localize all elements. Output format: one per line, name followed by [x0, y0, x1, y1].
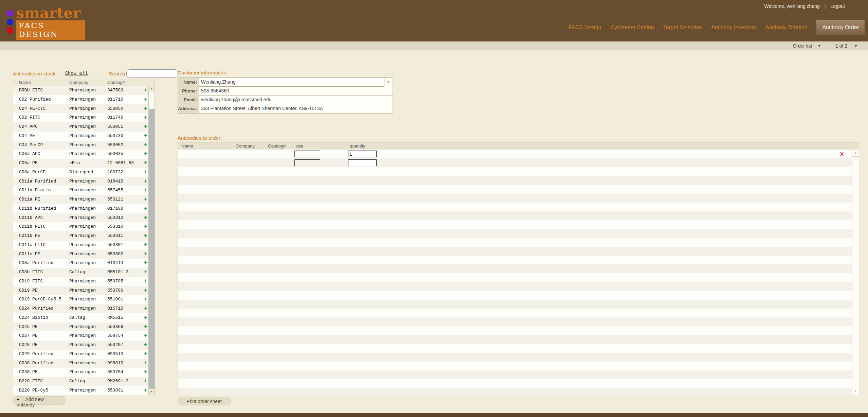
- stock-cell-name: CD28 PE: [19, 342, 38, 347]
- stock-cell-name: CD8a Purified: [19, 260, 53, 265]
- add-to-order-icon[interactable]: +: [144, 178, 147, 184]
- add-to-order-icon[interactable]: +: [144, 314, 147, 320]
- stock-row: CD11c PE Pharmingen 553802 +: [13, 250, 155, 259]
- add-to-order-icon[interactable]: +: [144, 196, 147, 202]
- address-field[interactable]: 368 Plantation Street, Albert Sherman Ce…: [199, 104, 393, 113]
- add-to-order-icon[interactable]: +: [144, 269, 147, 275]
- add-to-order-icon[interactable]: +: [144, 96, 147, 102]
- nav-item-facs-design[interactable]: FACS Design: [568, 24, 601, 31]
- stock-row: CD11b APC Pharmingen 553312 +: [13, 213, 155, 223]
- order-col-catalog: Catalog#: [268, 143, 286, 149]
- add-to-order-icon[interactable]: +: [144, 142, 147, 148]
- add-to-order-icon[interactable]: +: [144, 387, 147, 393]
- stock-row: CD24 Biotin Caltag RM5615 +: [13, 313, 155, 323]
- scroll-down-icon[interactable]: ▼: [852, 388, 859, 395]
- search-input[interactable]: [126, 69, 178, 77]
- stock-cell-company: Pharmingen: [69, 369, 96, 375]
- delete-row-button[interactable]: X: [840, 151, 844, 157]
- show-all-link[interactable]: Show all: [65, 71, 88, 76]
- add-to-order-icon[interactable]: +: [144, 332, 147, 338]
- add-to-order-icon[interactable]: +: [144, 296, 147, 302]
- nav-item-antibody-titration[interactable]: Antibody Titration: [765, 24, 808, 31]
- add-to-order-icon[interactable]: +: [144, 232, 147, 239]
- email-field[interactable]: wenliang.zhang@umassmed.edu: [199, 95, 393, 104]
- stock-col-catalog: Catalog#: [107, 80, 125, 85]
- add-to-order-icon[interactable]: +: [144, 351, 147, 357]
- stock-cell-company: eBio: [69, 160, 80, 166]
- stock-cell-name: CD11a Purified: [19, 179, 56, 184]
- stock-cell-company: Pharmingen: [69, 106, 96, 111]
- add-to-order-icon[interactable]: +: [144, 260, 147, 266]
- nav-item-antibody-order[interactable]: Antibody Order: [816, 20, 865, 35]
- stock-cell-catalog: 553035: [107, 151, 123, 156]
- add-to-order-icon[interactable]: +: [144, 378, 147, 384]
- stock-row: CD11c FITC Pharmingen 553801 +: [13, 241, 155, 250]
- order-row: X: [178, 150, 852, 158]
- logo-text: smarter FACS DESIGN: [16, 5, 85, 40]
- add-to-order-icon[interactable]: +: [144, 151, 147, 157]
- logo-dot-blue-icon: [7, 19, 13, 25]
- stock-row: CD28 PE Pharmingen 553297 +: [13, 341, 155, 350]
- add-to-order-icon[interactable]: +: [144, 360, 147, 366]
- stock-row: CD4 PE Pharmingen 553730 +: [13, 132, 155, 141]
- nav-item-target-selection[interactable]: Target Selection: [663, 24, 702, 31]
- order-scrollbar[interactable]: ▲ ▼: [852, 150, 859, 395]
- stock-cell-company: Pharmingen: [69, 133, 96, 138]
- quantity-input[interactable]: [348, 159, 377, 166]
- add-to-order-icon[interactable]: +: [144, 342, 147, 348]
- prev-page-icon[interactable]: ◄: [817, 44, 820, 47]
- stock-cell-catalog: 553785: [107, 279, 123, 284]
- add-to-order-icon[interactable]: +: [144, 287, 147, 293]
- stock-cell-company: Pharmingen: [69, 88, 96, 93]
- stock-cell-catalog: 100732: [107, 170, 123, 175]
- add-to-order-icon[interactable]: +: [144, 324, 147, 330]
- stock-cell-catalog: 553050: [107, 106, 123, 111]
- add-to-order-icon[interactable]: +: [144, 251, 147, 257]
- stock-scrollbar-thumb[interactable]: [149, 92, 155, 109]
- email-label: Email:: [178, 95, 197, 104]
- add-to-order-icon[interactable]: +: [144, 242, 147, 248]
- next-page-icon[interactable]: ►: [855, 44, 858, 47]
- name-field[interactable]: Wenliang,Zhang: [199, 78, 393, 87]
- stock-cell-company: Caltag: [69, 315, 85, 320]
- add-to-order-icon[interactable]: +: [144, 114, 147, 120]
- add-new-antibody-label: Add new antibody: [17, 397, 44, 407]
- scroll-up-icon[interactable]: ▲: [149, 86, 155, 92]
- add-to-order-icon[interactable]: +: [144, 105, 147, 111]
- add-to-order-icon[interactable]: +: [144, 223, 147, 229]
- stock-cell-name: CD11b FITC: [19, 224, 46, 229]
- app-logo: smarter FACS DESIGN: [7, 7, 85, 35]
- scroll-down-icon[interactable]: ▼: [149, 388, 155, 395]
- stock-cell-name: B220 FITC: [19, 379, 43, 384]
- add-to-order-icon[interactable]: +: [144, 278, 147, 284]
- add-new-antibody-button[interactable]: + Add new antibody: [13, 396, 65, 405]
- name-dropdown-button[interactable]: ▼: [384, 78, 393, 87]
- add-to-order-icon[interactable]: +: [144, 160, 147, 166]
- add-to-order-icon[interactable]: +: [144, 205, 147, 211]
- stock-row: CD8a Purified Pharmingen 01041D +: [13, 259, 155, 268]
- size-input[interactable]: [294, 151, 320, 157]
- scroll-up-icon[interactable]: ▲: [852, 150, 859, 157]
- quantity-input[interactable]: [348, 151, 377, 157]
- size-input[interactable]: [294, 159, 320, 166]
- stock-row: CD2 FITC Pharmingen 01174D +: [13, 113, 155, 122]
- stock-scrollbar[interactable]: ▲ ▼: [148, 86, 155, 395]
- add-to-order-icon[interactable]: +: [144, 305, 147, 311]
- stock-cell-catalog: 12-0081-83: [107, 160, 134, 166]
- add-to-order-icon[interactable]: +: [144, 123, 147, 129]
- order-row: [178, 158, 852, 167]
- order-col-name: Name: [181, 143, 193, 149]
- stock-row: CD11a Biotin Pharmingen 557455 +: [13, 186, 155, 195]
- phone-field[interactable]: 508-8564360: [199, 87, 393, 95]
- add-to-order-icon[interactable]: +: [144, 169, 147, 175]
- add-to-order-icon[interactable]: +: [144, 187, 147, 193]
- logout-link[interactable]: Logout: [830, 3, 845, 9]
- add-to-order-icon[interactable]: +: [144, 369, 147, 375]
- add-to-order-icon[interactable]: +: [144, 133, 147, 139]
- nav-item-antibody-inventory[interactable]: Antibody Inventory: [711, 24, 756, 31]
- add-to-order-icon[interactable]: +: [144, 214, 147, 221]
- add-to-order-icon[interactable]: +: [144, 87, 147, 93]
- print-order-sheet-button[interactable]: Print order sheet: [178, 397, 231, 405]
- stock-row: CD8a PE eBio 12-0081-83 +: [13, 159, 155, 168]
- nav-item-cytometer-setting[interactable]: Cytometer Setting: [610, 24, 654, 31]
